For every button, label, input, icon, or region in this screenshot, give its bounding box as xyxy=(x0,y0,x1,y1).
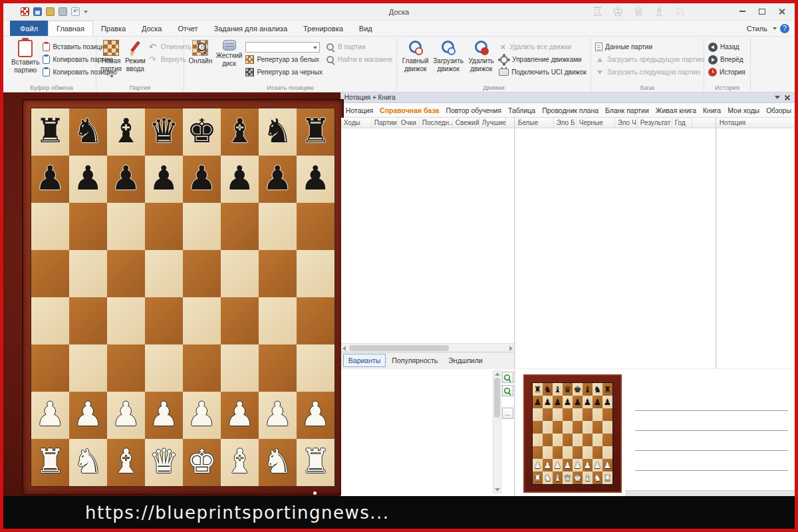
square-c8[interactable]: ♝ xyxy=(107,108,145,156)
column-header-0[interactable]: Ходы xyxy=(341,118,372,128)
square-f8[interactable]: ♝ xyxy=(221,108,259,156)
column-header-1[interactable]: Партии xyxy=(372,118,398,128)
square-f3[interactable] xyxy=(221,344,259,392)
square-h4[interactable] xyxy=(297,297,334,344)
square-e4[interactable] xyxy=(183,297,221,344)
repertoire-white-button[interactable]: Репертуар за белых xyxy=(245,55,323,65)
panel-tab-8[interactable]: Мои ходы xyxy=(724,104,763,116)
variants-area[interactable] xyxy=(341,369,515,496)
square-e1[interactable]: ♚ xyxy=(183,439,221,486)
repertoire-dropdown[interactable] xyxy=(245,42,320,53)
panel-close-icon[interactable] xyxy=(785,95,790,100)
moves-table-body[interactable] xyxy=(341,128,514,343)
style-caret-icon[interactable] xyxy=(773,27,777,30)
panel-tab-0[interactable]: Нотация xyxy=(342,104,376,116)
square-c6[interactable] xyxy=(107,203,145,250)
undo-icon[interactable] xyxy=(71,7,80,16)
square-h2[interactable]: ♟ xyxy=(297,392,334,439)
square-g8[interactable]: ♞ xyxy=(259,108,297,156)
square-a1[interactable]: ♜ xyxy=(31,439,69,486)
column-header-1[interactable]: Эло Б xyxy=(554,118,577,128)
moves-hscrollbar[interactable] xyxy=(341,343,514,352)
column-header-5[interactable]: Лучшие xyxy=(479,118,506,128)
panel-menu-icon[interactable] xyxy=(775,96,780,99)
panel-tab-9[interactable]: Обзоры xyxy=(763,104,795,116)
square-e8[interactable]: ♚ xyxy=(183,108,221,156)
square-h7[interactable]: ♟ xyxy=(297,156,334,203)
square-d7[interactable]: ♟ xyxy=(145,156,183,203)
square-a4[interactable] xyxy=(31,297,69,344)
square-d4[interactable] xyxy=(145,297,183,344)
bottom-tab-1[interactable]: Популярность xyxy=(387,354,442,366)
board-icon[interactable] xyxy=(21,7,29,16)
square-b5[interactable] xyxy=(69,250,107,297)
square-e2[interactable]: ♟ xyxy=(183,392,221,439)
open-icon[interactable] xyxy=(46,7,55,16)
save-icon[interactable] xyxy=(33,7,42,16)
menu-tab-5[interactable]: Тренировка xyxy=(295,21,351,36)
square-h1[interactable]: ♜ xyxy=(297,439,334,486)
menu-tab-6[interactable]: Вид xyxy=(351,21,380,36)
square-h8[interactable]: ♜ xyxy=(297,108,334,156)
help-icon[interactable] xyxy=(780,24,789,33)
zoom-out-button[interactable] xyxy=(502,385,513,396)
remove-all-engines-button[interactable]: Удалить все движки xyxy=(499,42,587,52)
square-f2[interactable]: ♟ xyxy=(221,392,259,439)
load-previous-game-button[interactable]: Загрузить предыдущую партию xyxy=(595,55,704,65)
square-a5[interactable] xyxy=(31,250,69,297)
history-button[interactable]: История xyxy=(708,67,745,77)
square-f1[interactable]: ♝ xyxy=(221,439,259,486)
square-h5[interactable] xyxy=(297,250,334,297)
square-f5[interactable] xyxy=(221,250,259,297)
minimize-button[interactable] xyxy=(732,3,752,19)
preview-scroll-strip[interactable] xyxy=(625,490,795,496)
load-next-game-button[interactable]: Загрузить следующую партию xyxy=(595,67,704,77)
paste-game-button[interactable]: Вставить партию xyxy=(11,40,39,83)
vscroll-thumb[interactable] xyxy=(494,378,500,418)
connect-uci-button[interactable]: Подключить UCI движок xyxy=(499,67,587,77)
style-dropdown[interactable]: Стиль xyxy=(747,25,767,33)
column-header-5[interactable]: Год xyxy=(672,118,692,128)
square-d5[interactable] xyxy=(145,250,183,297)
square-e6[interactable] xyxy=(183,203,221,250)
load-engine-button[interactable]: Загрузить движок xyxy=(433,40,464,83)
main-engine-button[interactable]: Главный движок xyxy=(401,40,430,83)
scroll-up-icon[interactable] xyxy=(495,372,500,376)
square-d6[interactable] xyxy=(145,203,183,250)
square-h3[interactable] xyxy=(297,344,334,392)
qat-dropdown-icon[interactable] xyxy=(84,11,88,13)
square-h6[interactable] xyxy=(297,203,334,250)
menu-tab-4[interactable]: Задания для анализа xyxy=(206,21,295,36)
square-g5[interactable] xyxy=(259,250,297,297)
square-d3[interactable] xyxy=(145,344,183,392)
hscroll-thumb[interactable] xyxy=(349,345,449,351)
new-game-button[interactable]: Новая партия xyxy=(100,40,122,83)
menu-tab-file[interactable]: Файл xyxy=(10,21,48,36)
square-a6[interactable] xyxy=(31,203,69,250)
square-c7[interactable]: ♟ xyxy=(107,156,145,203)
scroll-down-icon[interactable] xyxy=(495,488,500,491)
square-a3[interactable] xyxy=(31,344,69,392)
square-d1[interactable]: ♛ xyxy=(145,439,183,486)
square-f7[interactable]: ♟ xyxy=(221,156,259,203)
square-f4[interactable] xyxy=(221,297,259,344)
column-header-2[interactable]: Очки xyxy=(398,118,420,128)
scroll-right-icon[interactable] xyxy=(509,346,513,351)
column-header-0[interactable]: Белые xyxy=(515,118,554,128)
square-g2[interactable]: ♟ xyxy=(259,392,297,439)
menu-tab-0[interactable]: Главная xyxy=(48,21,93,36)
square-d8[interactable]: ♛ xyxy=(145,108,183,156)
square-e5[interactable] xyxy=(183,250,221,297)
square-b6[interactable] xyxy=(69,203,107,250)
square-c1[interactable]: ♝ xyxy=(107,439,145,486)
close-button[interactable] xyxy=(772,3,792,19)
history-back-button[interactable]: Назад xyxy=(708,42,745,52)
search-disk-button[interactable]: Жесткий диск xyxy=(216,40,243,83)
menu-tab-1[interactable]: Правка xyxy=(93,21,134,36)
square-b2[interactable]: ♟ xyxy=(69,392,107,439)
remove-engine-button[interactable]: Удалить движок xyxy=(467,40,495,83)
square-g3[interactable] xyxy=(259,344,297,392)
menu-tab-3[interactable]: Отчет xyxy=(170,21,205,36)
column-header-2[interactable]: Черные xyxy=(577,118,615,128)
panel-tab-5[interactable]: Бланк партии xyxy=(602,104,652,116)
